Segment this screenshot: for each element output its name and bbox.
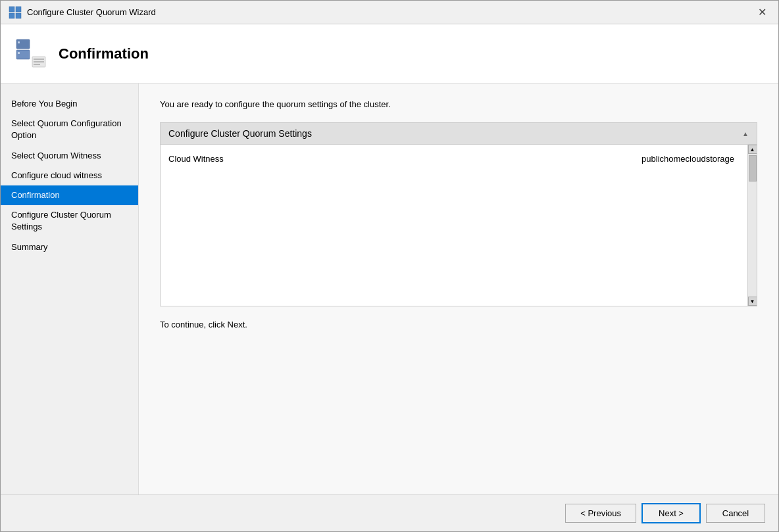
- continue-text: To continue, click Next.: [160, 320, 757, 329]
- sidebar-item-confirmation[interactable]: Confirmation: [1, 185, 138, 205]
- svg-rect-2: [9, 13, 14, 18]
- scrollbar-up-arrow-top: ▲: [742, 130, 749, 137]
- svg-rect-7: [18, 52, 20, 54]
- title-bar-icon: [9, 6, 22, 19]
- settings-box-title: Configure Cluster Quorum Settings: [168, 128, 312, 139]
- content-area: Before You BeginSelect Quorum Configurat…: [1, 84, 778, 495]
- svg-rect-3: [16, 13, 21, 18]
- page-header-title: Confirmation: [59, 45, 149, 62]
- settings-box-header: Configure Cluster Quorum Settings ▲: [161, 123, 757, 145]
- scrollbar-track: ▲ ▼: [747, 145, 757, 306]
- scrollbar-thumb[interactable]: [749, 155, 757, 181]
- svg-rect-6: [18, 41, 20, 43]
- title-bar: Configure Cluster Quorum Wizard ✕: [1, 1, 778, 24]
- sidebar-item-summary[interactable]: Summary: [1, 237, 138, 257]
- svg-rect-4: [16, 39, 30, 49]
- scrollbar-down-button[interactable]: ▼: [748, 297, 757, 306]
- sidebar-item-configure-cloud-witness[interactable]: Configure cloud witness: [1, 166, 138, 185]
- intro-text: You are ready to configure the quorum se…: [160, 99, 757, 109]
- header-area: Confirmation: [1, 24, 778, 84]
- title-bar-left: Configure Cluster Quorum Wizard: [9, 6, 156, 19]
- svg-rect-5: [16, 50, 30, 59]
- table-row: Cloud Witnesspublichomecloudstorage: [168, 151, 740, 166]
- row-value: publichomecloudstorage: [451, 154, 740, 164]
- row-label: Cloud Witness: [168, 154, 451, 164]
- sidebar-item-select-quorum-config[interactable]: Select Quorum Configuration Option: [1, 114, 138, 145]
- window-title: Configure Cluster Quorum Wizard: [27, 7, 156, 17]
- previous-button[interactable]: < Previous: [565, 504, 636, 523]
- cluster-icon: [14, 37, 48, 71]
- svg-rect-1: [16, 7, 21, 12]
- wizard-window: Configure Cluster Quorum Wizard ✕ Confir…: [0, 0, 779, 532]
- sidebar: Before You BeginSelect Quorum Configurat…: [1, 84, 139, 495]
- cancel-button[interactable]: Cancel: [706, 504, 765, 523]
- settings-box-body: Cloud Witnesspublichomecloudstorage: [161, 145, 747, 306]
- settings-box-scroll: Cloud Witnesspublichomecloudstorage ▲ ▼: [161, 145, 757, 306]
- sidebar-item-before-you-begin[interactable]: Before You Begin: [1, 94, 138, 114]
- close-button[interactable]: ✕: [754, 6, 770, 19]
- scrollbar-up-button[interactable]: ▲: [748, 145, 757, 154]
- svg-rect-0: [9, 7, 14, 12]
- sidebar-item-select-quorum-witness[interactable]: Select Quorum Witness: [1, 146, 138, 166]
- sidebar-item-configure-cluster-quorum-settings[interactable]: Configure Cluster Quorum Settings: [1, 205, 138, 237]
- footer: < Previous Next > Cancel: [1, 495, 778, 531]
- next-button[interactable]: Next >: [641, 503, 701, 523]
- settings-box: Configure Cluster Quorum Settings ▲ Clou…: [160, 122, 757, 306]
- main-content: You are ready to configure the quorum se…: [139, 84, 778, 495]
